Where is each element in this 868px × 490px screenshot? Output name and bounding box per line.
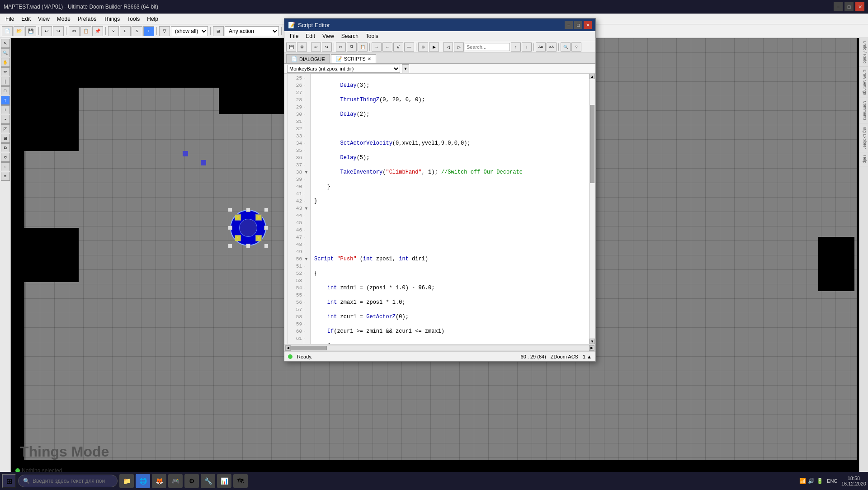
tb-filter-icon[interactable]: ▽ bbox=[159, 26, 170, 36]
panel-help[interactable]: Help bbox=[859, 152, 868, 167]
se-breadcrumb-select[interactable]: MonkeyBars (int zpos, int dir) bbox=[287, 65, 400, 73]
se-tb-save[interactable]: 💾 bbox=[286, 42, 296, 52]
filter-dropdown[interactable]: (show all) bbox=[171, 26, 208, 36]
se-code-editor[interactable]: Delay(3); ThrustThingZ(0, 20, 0, 0); Del… bbox=[311, 74, 589, 344]
taskbar-search[interactable]: 🔍 bbox=[18, 475, 118, 487]
se-h-scroll-thumb[interactable] bbox=[291, 346, 327, 350]
taskbar-app5[interactable]: 🗺 bbox=[233, 474, 248, 488]
handle-br[interactable] bbox=[264, 244, 269, 248]
se-search-next[interactable]: ↓ bbox=[522, 42, 532, 52]
menu-mode[interactable]: Mode bbox=[53, 15, 74, 23]
lt-pan[interactable]: ✋ bbox=[1, 58, 10, 67]
taskbar-search-input[interactable] bbox=[33, 478, 105, 484]
se-tb-help[interactable]: ? bbox=[571, 42, 581, 52]
action-dropdown[interactable]: Any action bbox=[225, 26, 279, 36]
se-breadcrumb-dropdown[interactable]: ▼ bbox=[402, 64, 409, 73]
handle-tm[interactable] bbox=[246, 207, 250, 212]
se-tb-uppercase[interactable]: Aa bbox=[536, 42, 546, 52]
se-tb-cut[interactable]: ✂ bbox=[336, 42, 346, 52]
taskbar-lang[interactable]: ENG bbox=[827, 478, 838, 484]
se-h-scroll-track[interactable] bbox=[291, 346, 589, 350]
tb-save[interactable]: 💾 bbox=[25, 26, 36, 36]
menu-prefabs[interactable]: Prefabs bbox=[74, 15, 100, 23]
tb-open[interactable]: 📂 bbox=[14, 26, 24, 36]
handle-tr[interactable] bbox=[264, 207, 269, 212]
panel-comments[interactable]: Comments bbox=[859, 98, 868, 124]
handle-bl[interactable] bbox=[228, 244, 232, 248]
lt-sector[interactable]: □ bbox=[1, 86, 10, 95]
se-search-prev[interactable]: ↑ bbox=[511, 42, 521, 52]
panel-undo-redo[interactable]: Undo / Redo bbox=[859, 38, 868, 67]
maximize-button[interactable]: □ bbox=[844, 2, 854, 11]
taskbar-app1[interactable]: 🎮 bbox=[168, 474, 183, 488]
minimize-button[interactable]: − bbox=[834, 2, 843, 11]
lt-copy[interactable]: ⧉ bbox=[1, 143, 10, 152]
lt-prefab[interactable]: ⊞ bbox=[1, 134, 10, 143]
tab-scripts-close[interactable]: ✕ bbox=[368, 57, 371, 61]
menu-things[interactable]: Things bbox=[100, 15, 123, 23]
se-horizontal-scrollbar[interactable]: ◀ ▶ bbox=[284, 344, 595, 351]
menu-edit[interactable]: Edit bbox=[18, 15, 34, 23]
se-scroll-right[interactable]: ▶ bbox=[589, 345, 594, 351]
se-scroll-track[interactable] bbox=[590, 79, 595, 339]
start-button[interactable]: ⊞ bbox=[2, 474, 16, 488]
handle-tl[interactable] bbox=[228, 207, 232, 212]
se-tb-redo[interactable]: ↪ bbox=[322, 42, 332, 52]
tb-vertices-mode[interactable]: V bbox=[108, 26, 119, 36]
se-menu-file[interactable]: File bbox=[286, 32, 302, 40]
se-maximize-button[interactable]: □ bbox=[574, 21, 582, 29]
se-scroll-left[interactable]: ◀ bbox=[285, 345, 291, 351]
menu-help[interactable]: Help bbox=[143, 15, 162, 23]
se-tb-compile[interactable]: ⚙ bbox=[297, 42, 307, 52]
lt-rotate[interactable]: ↺ bbox=[1, 153, 10, 162]
se-tb-unindent[interactable]: ← bbox=[382, 42, 392, 52]
se-tb-indent[interactable]: → bbox=[372, 42, 382, 52]
se-menu-search[interactable]: Search bbox=[338, 32, 362, 40]
se-vertical-scrollbar[interactable]: ▲ ▼ bbox=[589, 74, 595, 344]
se-tb-uncomment[interactable]: — bbox=[404, 42, 414, 52]
handle-ml[interactable] bbox=[228, 226, 232, 230]
taskbar-firefox[interactable]: 🦊 bbox=[152, 474, 166, 488]
handle-bm[interactable] bbox=[246, 244, 250, 248]
thing-small-2[interactable] bbox=[183, 151, 188, 156]
tb-undo[interactable]: ↩ bbox=[41, 26, 52, 36]
se-scroll-thumb[interactable] bbox=[590, 105, 594, 183]
tb-redo[interactable]: ↪ bbox=[53, 26, 64, 36]
tb-lines-mode[interactable]: L bbox=[120, 26, 131, 36]
se-tb-undo[interactable]: ↩ bbox=[311, 42, 321, 52]
se-menu-view[interactable]: View bbox=[319, 32, 338, 40]
lt-slope[interactable]: ◸ bbox=[1, 124, 10, 133]
thing-small-1[interactable] bbox=[201, 160, 206, 165]
lt-draw[interactable]: ✏ bbox=[1, 67, 10, 76]
se-tb-case[interactable]: aA bbox=[547, 42, 557, 52]
taskbar-chrome[interactable]: 🌐 bbox=[136, 474, 150, 488]
se-tb-comment[interactable]: // bbox=[393, 42, 403, 52]
se-tb-snippets[interactable]: ⊕ bbox=[418, 42, 428, 52]
lt-things[interactable]: T bbox=[1, 96, 10, 105]
tb-copy[interactable]: 📋 bbox=[80, 26, 91, 36]
menu-tools[interactable]: Tools bbox=[123, 15, 143, 23]
lt-curve[interactable]: ~ bbox=[1, 115, 10, 124]
taskbar-app2[interactable]: ⚙ bbox=[184, 474, 199, 488]
se-close-button[interactable]: ✕ bbox=[584, 21, 592, 29]
tray-network[interactable]: 📶 bbox=[799, 478, 806, 484]
menu-view[interactable]: View bbox=[34, 15, 53, 23]
se-scroll-up[interactable]: ▲ bbox=[590, 74, 595, 79]
system-clock[interactable]: 18:58 16.12.2020 bbox=[841, 476, 866, 486]
se-tb-goto[interactable]: ▶ bbox=[429, 42, 439, 52]
tab-scripts[interactable]: 📝 SCRIPTS ✕ bbox=[331, 54, 376, 63]
lt-zoom[interactable]: 🔍 bbox=[1, 48, 10, 57]
tb-sectors-mode[interactable]: S bbox=[132, 26, 142, 36]
tb-new[interactable]: 📄 bbox=[2, 26, 13, 36]
lt-select[interactable]: ↖ bbox=[1, 39, 10, 48]
taskbar-app3[interactable]: 🔧 bbox=[201, 474, 215, 488]
selected-thing[interactable]: ⚡ ⚡ ⚡ ⚡ bbox=[230, 210, 266, 246]
panel-draw-settings[interactable]: Draw Settings bbox=[859, 67, 868, 98]
tb-cut[interactable]: ✂ bbox=[69, 26, 80, 36]
se-search-input[interactable] bbox=[465, 43, 510, 51]
lt-align[interactable]: ≡ bbox=[1, 172, 10, 181]
tray-battery[interactable]: 🔋 bbox=[816, 478, 823, 484]
tray-volume[interactable]: 🔊 bbox=[808, 478, 815, 484]
taskbar-file-explorer[interactable]: 📁 bbox=[119, 474, 134, 488]
se-tb-paste[interactable]: 📋 bbox=[358, 42, 368, 52]
